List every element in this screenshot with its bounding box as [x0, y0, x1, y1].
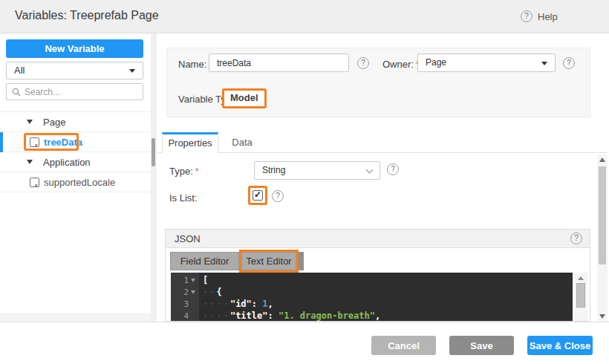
- triangle-down-icon[interactable]: [27, 160, 33, 164]
- code-line[interactable]: ··{: [203, 286, 573, 298]
- dialog-header: Variables: Treeprefab Page ? Help: [0, 0, 609, 33]
- sidebar-scrollbar-thumb[interactable]: [152, 138, 155, 166]
- owner-value: Page: [426, 57, 446, 68]
- editor-gutter[interactable]: 1234: [171, 273, 199, 322]
- search-input[interactable]: [25, 87, 136, 97]
- text-editor-button[interactable]: Text Editor: [241, 252, 296, 270]
- field-editor-button[interactable]: Field Editor: [170, 252, 239, 270]
- tree-item-treedata[interactable]: x treeData: [0, 132, 151, 152]
- code-line[interactable]: ····"id": 1,: [203, 298, 573, 310]
- json-title: JSON: [175, 233, 201, 244]
- variables-sidebar: New Variable All Page x treeData Applica…: [0, 33, 157, 322]
- code-line[interactable]: ····"title": "1. dragon-breath",: [203, 310, 573, 322]
- dialog-footer: Cancel Save Save & Close: [0, 322, 609, 364]
- type-help-icon[interactable]: ?: [387, 163, 399, 175]
- type-select[interactable]: String: [254, 161, 380, 180]
- triangle-down-icon[interactable]: [27, 120, 33, 124]
- content-scrollbar-thumb[interactable]: [599, 166, 606, 264]
- gutter-line[interactable]: 3: [171, 298, 199, 310]
- scroll-up-icon[interactable]: [599, 157, 605, 162]
- fold-icon: [191, 290, 195, 294]
- caret-down-icon: [541, 62, 547, 65]
- type-value: String: [262, 165, 285, 175]
- tree-item-label: supportedLocale: [44, 177, 115, 188]
- is-list-checkbox[interactable]: [253, 190, 263, 201]
- gutter-line[interactable]: 4: [171, 310, 199, 322]
- save-button[interactable]: Save: [449, 336, 514, 355]
- variable-search[interactable]: [6, 83, 143, 100]
- code-line[interactable]: [: [203, 274, 573, 286]
- tree-item-supportedlocale[interactable]: x supportedLocale: [0, 172, 151, 192]
- sidebar-hscrollbar[interactable]: [0, 313, 151, 322]
- is-list-label: Is List:: [169, 192, 198, 204]
- sidebar-scrollbar[interactable]: [151, 33, 157, 322]
- tab-properties[interactable]: Properties: [162, 132, 218, 153]
- cancel-button[interactable]: Cancel: [371, 336, 436, 355]
- gutter-line[interactable]: 2: [171, 286, 199, 298]
- variables-tree: Page x treeData Application x supportedL…: [0, 111, 151, 192]
- model-variable-icon: x: [30, 178, 39, 187]
- chevron-down-icon: [366, 166, 374, 174]
- new-variable-button[interactable]: New Variable: [6, 39, 143, 58]
- caret-down-icon: [129, 69, 135, 73]
- tab-data[interactable]: Data: [218, 132, 266, 153]
- help-button[interactable]: ? Help: [521, 10, 558, 22]
- editor-code[interactable]: [··{····"id": 1,····"title": "1. dragon-…: [199, 273, 573, 322]
- type-label: Type:*: [169, 166, 198, 177]
- selected-indicator: [0, 132, 3, 152]
- name-label: Name:*: [178, 59, 212, 70]
- model-variable-icon: x: [30, 137, 39, 147]
- owner-help-icon[interactable]: ?: [563, 57, 575, 69]
- variable-filter-select[interactable]: All: [6, 62, 143, 79]
- tree-group-label: Page: [43, 117, 65, 128]
- json-text-editor[interactable]: 1234 [··{····"id": 1,····"title": "1. dr…: [171, 273, 573, 322]
- editor-mode-toggle: Field Editor Text Editor: [170, 252, 304, 270]
- owner-label: Owner:*: [382, 59, 420, 70]
- editor-scrollbar-thumb[interactable]: [576, 283, 585, 308]
- save-and-close-button[interactable]: Save & Close: [527, 336, 593, 355]
- gutter-line[interactable]: 1: [171, 274, 199, 286]
- owner-select[interactable]: Page: [417, 53, 556, 72]
- scroll-down-icon[interactable]: [599, 314, 605, 319]
- editor-scrollbar[interactable]: [574, 273, 587, 322]
- tree-item-label: treeData: [44, 137, 82, 148]
- mode-group-cap: [299, 252, 304, 270]
- json-section: JSON ? Field Editor Text Editor 1234 [··…: [165, 229, 590, 322]
- content-scrollbar[interactable]: [597, 155, 608, 322]
- tree-group-label: Application: [43, 157, 91, 168]
- fold-icon: [191, 279, 195, 282]
- tree-group-application[interactable]: Application: [0, 152, 151, 172]
- page-title: Variables: Treeprefab Page: [15, 9, 159, 22]
- name-input[interactable]: [209, 53, 349, 72]
- json-help-icon[interactable]: ?: [570, 233, 582, 244]
- tree-group-page[interactable]: Page: [0, 112, 151, 132]
- is-list-help-icon[interactable]: ?: [272, 190, 284, 202]
- required-marker: *: [195, 166, 199, 177]
- help-icon[interactable]: ?: [521, 10, 533, 22]
- search-icon: [12, 88, 21, 97]
- variable-type-value[interactable]: Model: [222, 88, 267, 108]
- name-help-icon[interactable]: ?: [357, 57, 369, 69]
- variables-dialog: Variables: Treeprefab Page ? Help New Va…: [0, 0, 609, 364]
- scroll-up-icon[interactable]: [578, 276, 584, 280]
- json-section-header: JSON ?: [166, 230, 590, 248]
- help-label: Help: [538, 11, 558, 22]
- variable-filter-value: All: [14, 65, 25, 76]
